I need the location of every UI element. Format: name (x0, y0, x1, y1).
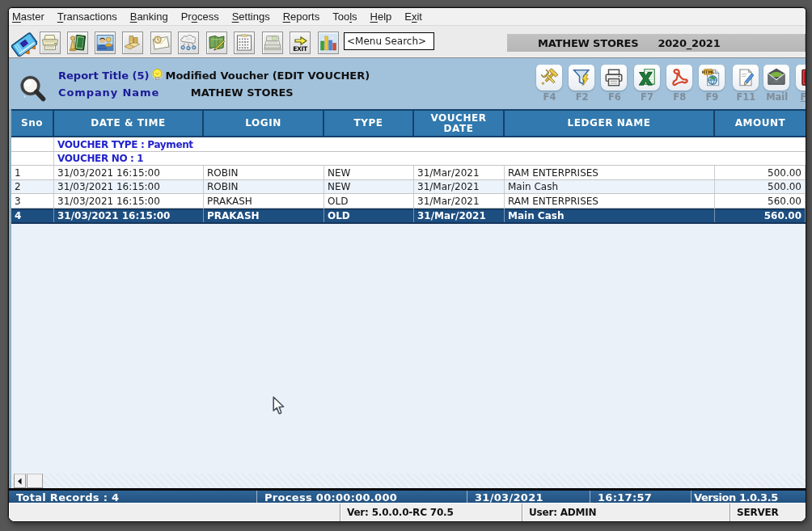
pdf-icon (669, 67, 690, 88)
edit-note-icon (735, 67, 756, 88)
bulb-icon (152, 69, 163, 83)
action-excel-button[interactable] (634, 65, 660, 91)
menu-item-reports[interactable]: Reports (277, 9, 327, 24)
report-grid: SnoDATE & TIMELOGINTYPEVOUCHERDATELEDGER… (9, 109, 806, 488)
column-header-sno[interactable]: Sno (11, 111, 54, 136)
menu-item-process[interactable]: Process (175, 9, 226, 24)
table-row-2[interactable]: 231/03/2021 16:15:00ROBINNEW31/Mar/2021M… (11, 180, 806, 195)
settings-tools-icon (539, 67, 560, 88)
filter-icon (571, 67, 592, 88)
cell-login: ROBIN (204, 166, 324, 179)
column-header-ledger-name[interactable]: LEDGER NAME (505, 111, 715, 136)
cell-datetime: 31/03/2021 16:15:00 (54, 209, 204, 222)
action-settings-tools-button[interactable] (536, 65, 562, 91)
cell-voucher_date: 31/Mar/2021 (414, 166, 505, 179)
status-cell: Ver: 5.0.0.0-RC 70.5 (340, 504, 522, 522)
action-key-label: F11 (733, 91, 759, 103)
grid-header-row: SnoDATE & TIMELOGINTYPEVOUCHERDATELEDGER… (11, 109, 806, 137)
ledger-book-icon (11, 32, 37, 57)
company-year-band: MATHEW STORES 2020_2021 (507, 34, 806, 52)
menu-item-exit[interactable]: Exit (398, 9, 429, 24)
app-window: MasterTransactionsBankingProcessSettings… (8, 7, 806, 522)
column-header-date-time[interactable]: DATE & TIME (54, 111, 204, 136)
table-row-1[interactable]: 131/03/2021 16:15:00ROBINNEW31/Mar/2021R… (11, 166, 806, 180)
cell-type: NEW (324, 180, 414, 194)
toolbar-ledger-book-button[interactable] (11, 32, 38, 57)
scrollbar-thumb[interactable] (27, 474, 43, 488)
group-row[interactable]: VOUCHER NO : 1 (11, 152, 806, 166)
mouse-cursor (273, 396, 285, 415)
action-edit-note-button[interactable] (733, 65, 759, 91)
toolbar-users-button[interactable] (95, 32, 116, 54)
toolbar-cash-register-button[interactable] (262, 32, 283, 54)
column-header-amount[interactable]: AMOUNT (715, 111, 806, 136)
toolbar-bar-chart-button[interactable] (318, 32, 339, 54)
action-filter-button[interactable] (569, 65, 594, 91)
cell-datetime: 31/03/2021 16:15:00 (54, 194, 204, 208)
menu-search-input[interactable] (344, 32, 434, 50)
report-title-value: Modified Voucher (EDIT VOUCHER) (165, 70, 370, 82)
group-row-sno-cell (11, 137, 54, 151)
cell-ledger: Main Cash (505, 209, 715, 222)
company-label: Company Name (58, 86, 159, 99)
favorites-book-icon (798, 67, 806, 88)
action-mail-button[interactable] (763, 65, 789, 91)
cell-ledger: RAM ENTERPRISES (505, 194, 715, 208)
bar-chart-icon (319, 33, 338, 53)
toolbar-printer-button[interactable] (40, 32, 61, 54)
action-key-label: F4 (536, 91, 563, 103)
toolbar-audit-clipboard-button[interactable] (150, 32, 171, 54)
action-key-label: F2 (569, 91, 595, 103)
cell-amount: 560.00 (715, 194, 806, 208)
action-print-button[interactable] (601, 65, 627, 91)
report-title-row: Report Title (5)Modified Voucher (EDIT V… (58, 69, 370, 83)
toolbar-journal-edit-button[interactable] (206, 32, 227, 54)
exit-icon (290, 33, 310, 53)
toolbar-gold-stack-button[interactable] (122, 32, 143, 54)
cell-sno: 2 (11, 180, 54, 194)
action-html-button[interactable] (699, 65, 725, 91)
menu-item-settings[interactable]: Settings (226, 9, 277, 24)
cell-login: ROBIN (204, 180, 324, 194)
group-row[interactable]: VOUCHER TYPE : Payment (11, 137, 806, 152)
financial-year-label: 2020_2021 (658, 37, 720, 49)
horizontal-scrollbar[interactable] (11, 474, 806, 488)
cell-voucher_date: 31/Mar/2021 (414, 194, 505, 208)
menu-item-help[interactable]: Help (364, 9, 399, 24)
table-row-4[interactable]: 431/03/2021 16:15:00PRAKASHOLD31/Mar/202… (11, 209, 806, 224)
action-key-label: F8 (666, 91, 693, 103)
cell-sno: 3 (11, 194, 54, 208)
toolbar-account-books-button[interactable] (67, 32, 88, 54)
action-favorites-book-button[interactable] (796, 65, 806, 91)
column-header-voucher-date[interactable]: VOUCHERDATE (414, 111, 505, 136)
scroll-left-button[interactable] (14, 474, 26, 488)
cell-voucher_date: 31/Mar/2021 (414, 209, 505, 222)
menu-item-transactions[interactable]: Transactions (51, 9, 124, 24)
action-key-label: F7 (634, 91, 661, 103)
action-pdf-button[interactable] (666, 65, 692, 91)
cash-register-icon (263, 33, 282, 53)
users-icon (95, 33, 115, 53)
journal-edit-icon (207, 33, 226, 53)
excel-icon (636, 67, 658, 88)
menu-item-tools[interactable]: Tools (326, 9, 363, 24)
group-row-sno-cell (11, 152, 54, 166)
cell-amount: 500.00 (715, 180, 806, 194)
printer-icon (40, 33, 60, 53)
spreadsheet-icon (235, 33, 254, 53)
company-name-row: Company Name MATHEW STORES (58, 86, 294, 99)
cell-type: OLD (324, 194, 414, 208)
action-key-label: Fav (796, 91, 806, 103)
toolbar-spreadsheet-button[interactable] (234, 32, 255, 54)
menu-item-banking[interactable]: Banking (124, 9, 175, 24)
table-row-3[interactable]: 331/03/2021 16:15:00PRAKASHOLD31/Mar/202… (11, 194, 806, 209)
toolbar-exit-button[interactable] (290, 32, 311, 54)
column-header-type[interactable]: TYPE (324, 111, 414, 136)
cell-ledger: Main Cash (505, 180, 715, 194)
status-cell (9, 504, 340, 522)
magnifier-icon (18, 74, 49, 106)
toolbar-network-button[interactable] (178, 32, 199, 54)
column-header-login[interactable]: LOGIN (204, 111, 324, 136)
menu-item-master[interactable]: Master (8, 9, 51, 24)
group-row-label: VOUCHER NO : 1 (54, 152, 806, 166)
